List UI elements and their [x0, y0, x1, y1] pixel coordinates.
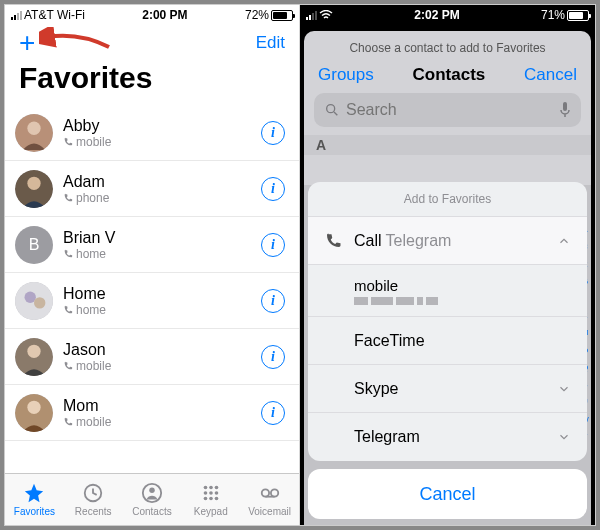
- page-title: Favorites: [5, 57, 299, 105]
- contact-name: Adam: [63, 173, 251, 191]
- info-button[interactable]: i: [261, 289, 285, 313]
- status-time: 2:00 PM: [142, 8, 187, 22]
- sheet-option-facetime[interactable]: FaceTime: [308, 317, 587, 365]
- svg-point-21: [209, 497, 213, 501]
- chevron-down-icon: [557, 382, 571, 396]
- mic-icon[interactable]: [559, 101, 571, 119]
- sheet-option-skype[interactable]: Skype: [308, 365, 587, 413]
- info-button[interactable]: i: [261, 345, 285, 369]
- contact-name: Mom: [63, 397, 251, 415]
- search-input[interactable]: [346, 101, 553, 119]
- edit-button[interactable]: Edit: [256, 33, 285, 53]
- contact-type: mobile: [76, 415, 111, 429]
- phone-icon: [63, 305, 73, 315]
- battery-icon: [271, 10, 293, 21]
- status-bar: 2:02 PM 71%: [300, 5, 595, 25]
- avatar: B: [15, 226, 53, 264]
- option-sublabel: Telegram: [386, 232, 452, 249]
- search-field[interactable]: [314, 93, 581, 127]
- svg-point-8: [27, 344, 40, 357]
- svg-point-20: [203, 497, 207, 501]
- contact-type: phone: [76, 191, 109, 205]
- favorite-row[interactable]: Mom mobile i: [5, 385, 299, 441]
- svg-point-10: [27, 400, 40, 413]
- battery-percent: 71%: [541, 8, 565, 22]
- contact-picker-screen: 2:02 PM 71% Choose a contact to add to F…: [300, 5, 595, 525]
- option-label: FaceTime: [354, 332, 571, 350]
- svg-point-15: [209, 486, 213, 490]
- contact-name: Home: [63, 285, 251, 303]
- battery-percent: 72%: [245, 8, 269, 22]
- info-button[interactable]: i: [261, 177, 285, 201]
- phone-icon: [63, 361, 73, 371]
- picker-nav: Groups Contacts Cancel: [304, 63, 591, 93]
- contact-name: Brian V: [63, 229, 251, 247]
- tab-keypad[interactable]: Keypad: [181, 474, 240, 525]
- tab-label: Keypad: [194, 506, 228, 517]
- chevron-up-icon: [557, 234, 571, 248]
- battery-icon: [567, 10, 589, 21]
- phone-icon: [63, 137, 73, 147]
- sheet-title: Add to Favorites: [308, 182, 587, 217]
- svg-point-23: [261, 489, 268, 496]
- avatar: [15, 114, 53, 152]
- contact-type: home: [76, 247, 106, 261]
- svg-point-1: [27, 121, 40, 134]
- info-button[interactable]: i: [261, 233, 285, 257]
- phone-icon: [324, 232, 342, 250]
- contact-name: Abby: [63, 117, 251, 135]
- svg-point-13: [149, 488, 155, 494]
- tab-bar: Favorites Recents Contacts Keypad Voicem…: [5, 473, 299, 525]
- sheet-option-call[interactable]: CallTelegram: [308, 217, 587, 265]
- svg-line-27: [334, 112, 337, 115]
- carrier-label: AT&T Wi-Fi: [24, 8, 85, 22]
- svg-point-22: [214, 497, 218, 501]
- svg-point-19: [214, 491, 218, 495]
- info-button[interactable]: i: [261, 401, 285, 425]
- tab-voicemail[interactable]: Voicemail: [240, 474, 299, 525]
- svg-point-26: [327, 105, 335, 113]
- tab-recents[interactable]: Recents: [64, 474, 123, 525]
- sheet-option-telegram[interactable]: Telegram: [308, 413, 587, 461]
- svg-point-24: [270, 489, 277, 496]
- picker-header: Choose a contact to add to Favorites: [304, 31, 591, 63]
- sheet-suboption-mobile[interactable]: mobile: [308, 265, 587, 317]
- option-label: Skype: [354, 380, 545, 398]
- phone-icon: [63, 249, 73, 259]
- add-button[interactable]: +: [19, 33, 35, 53]
- favorite-row[interactable]: Jason mobile i: [5, 329, 299, 385]
- action-sheet: Add to Favorites CallTelegram mobile Fac…: [308, 182, 587, 519]
- tab-favorites[interactable]: Favorites: [5, 474, 64, 525]
- groups-button[interactable]: Groups: [318, 65, 374, 85]
- sheet-cancel-button[interactable]: Cancel: [308, 469, 587, 519]
- favorite-row[interactable]: B Brian V home i: [5, 217, 299, 273]
- avatar: [15, 394, 53, 432]
- favorites-list: Abby mobile i Adam phone i B Brian V ho: [5, 105, 299, 473]
- tab-contacts[interactable]: Contacts: [123, 474, 182, 525]
- info-button[interactable]: i: [261, 121, 285, 145]
- signal-icon: [11, 11, 22, 20]
- option-label: Telegram: [354, 428, 545, 446]
- svg-point-6: [34, 297, 45, 308]
- svg-point-17: [203, 491, 207, 495]
- picker-cancel-button[interactable]: Cancel: [524, 65, 577, 85]
- favorite-row[interactable]: Adam phone i: [5, 161, 299, 217]
- tab-label: Voicemail: [248, 506, 291, 517]
- avatar: [15, 338, 53, 376]
- contact-icon: [140, 482, 164, 504]
- chevron-down-icon: [557, 430, 571, 444]
- voicemail-icon: [258, 482, 282, 504]
- svg-rect-28: [563, 102, 567, 111]
- favorite-row[interactable]: Home home i: [5, 273, 299, 329]
- suboption-label: mobile: [354, 277, 587, 294]
- contact-type: mobile: [76, 359, 111, 373]
- section-header: A: [304, 135, 591, 155]
- favorite-row[interactable]: Abby mobile i: [5, 105, 299, 161]
- keypad-icon: [199, 482, 223, 504]
- tab-label: Recents: [75, 506, 112, 517]
- contact-type: mobile: [76, 135, 111, 149]
- clock-icon: [81, 482, 105, 504]
- contact-type: home: [76, 303, 106, 317]
- svg-point-5: [25, 291, 36, 302]
- wifi-icon: [319, 10, 333, 20]
